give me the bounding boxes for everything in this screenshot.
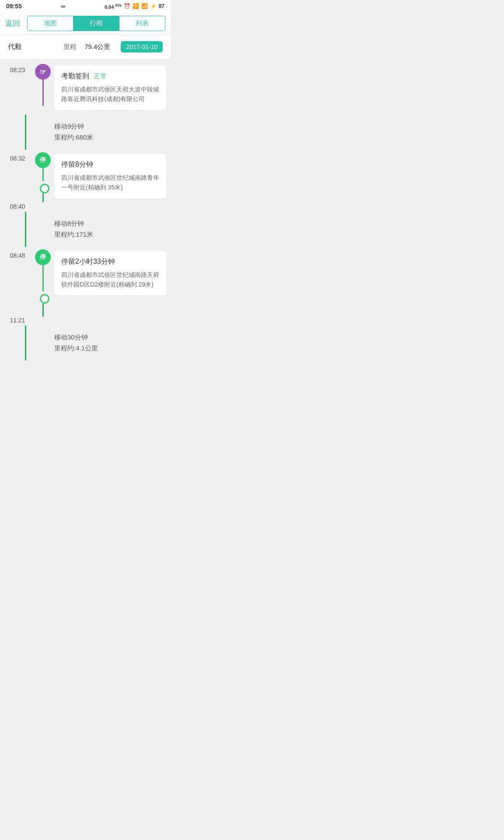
- checkin-card: 考勤签到 正常 四川省成都市武侯区天府大道中段辅路靠近腾讯科技(成都)有限公司: [54, 66, 166, 110]
- stop2-end-time: 11:21: [0, 317, 35, 326]
- trip-date[interactable]: 2017-01-10: [121, 41, 163, 52]
- signal-icon: 📶: [141, 3, 148, 9]
- card-checkin: 考勤签到 正常 四川省成都市武侯区天府大道中段辅路靠近腾讯科技(成都)有限公司: [51, 61, 171, 115]
- charging-icon: ⚡: [150, 3, 157, 9]
- stop2-dot: 停: [35, 249, 51, 265]
- stop-item-2: 08:48 停 停留2小时33分钟 四川省成都市武侯区世纪城南路天府软件园D区D…: [0, 247, 171, 326]
- event-dot-checkin: ☞: [35, 64, 51, 80]
- stop2-end-dot: [40, 294, 49, 304]
- tab-group: 地图 行程 列表: [27, 16, 165, 31]
- move-vline-1: [25, 115, 26, 150]
- move-duration-1: 移动9分钟: [54, 122, 166, 131]
- stop2-start-time: 08:48: [0, 247, 35, 259]
- stop1-dot: 停: [35, 152, 51, 168]
- move-vline-2: [25, 212, 26, 247]
- stop2-end-vline: [42, 304, 44, 317]
- status-bar: 09:55 ∞ 0.04 K/s ⏰ 🛜 📶 ⚡ 87: [0, 0, 171, 12]
- status-time: 09:55: [6, 3, 22, 10]
- move-distance-3: 里程约:4.1公里: [54, 344, 166, 353]
- stop1-card: 停留8分钟 四川省成都市武侯区世纪城南路青年一号附近(精确到 35米): [54, 154, 166, 199]
- move-segment-3: 移动30分钟 里程约:4.1公里: [0, 326, 171, 360]
- stop1-label: 停: [40, 156, 46, 164]
- move-duration-2: 移动8分钟: [54, 220, 166, 228]
- move-distance-2: 里程约:171米: [54, 231, 166, 239]
- checkin-address: 四川省成都市武侯区天府大道中段辅路靠近腾讯科技(成都)有限公司: [61, 84, 159, 104]
- event-checkin: 08:23 ☞ 考勤签到 正常 四川省成都市武侯区天府大道中段辅路靠近腾讯科技(…: [0, 61, 171, 115]
- stop1-vline: [42, 168, 44, 181]
- card-stop2: 停留2小时33分钟 四川省成都市武侯区世纪城南路天府软件园D区D2楼附近(精确到…: [51, 247, 171, 300]
- stop2-address: 四川省成都市武侯区世纪城南路天府软件园D区D2楼附近(精确到 29米): [61, 270, 159, 290]
- fingerprint-icon: ☞: [40, 68, 46, 76]
- line-after-checkin: [42, 80, 44, 106]
- clock-icon: ⏰: [124, 3, 130, 9]
- back-button[interactable]: 返回: [5, 18, 20, 28]
- distance-label: 里程: [63, 43, 77, 51]
- wifi-icon: 🛜: [133, 3, 139, 9]
- stop1-end-vline: [42, 193, 44, 202]
- tab-list[interactable]: 列表: [119, 16, 165, 31]
- nav-bar: 返回 地图 行程 列表: [0, 12, 171, 35]
- stop2-card: 停留2小时33分钟 四川省成都市武侯区世纪城南路天府软件园D区D2楼附近(精确到…: [54, 251, 166, 296]
- infinity-icon: ∞: [61, 3, 65, 10]
- tab-map[interactable]: 地图: [28, 16, 74, 31]
- network-speed: 0.04 K/s: [105, 3, 122, 10]
- move-duration-3: 移动30分钟: [54, 333, 166, 342]
- move-segment-1: 移动9分钟 里程约:680米: [0, 115, 171, 150]
- stop2-title: 停留2小时33分钟: [61, 257, 159, 266]
- stop1-end-dot: [40, 184, 49, 193]
- move-vline-3: [25, 326, 26, 360]
- stop1-end-time: 08:40: [0, 203, 35, 212]
- stop-item-1: 08:32 停 停留8分钟 四川省成都市武侯区世纪城南路青年一号附近(精确到 3…: [0, 150, 171, 212]
- summary-row: 代毅 里程 79.4公里 2017-01-10: [0, 35, 171, 59]
- event-time-0823: 08:23: [0, 61, 35, 74]
- stop1-title: 停留8分钟: [61, 160, 159, 169]
- distance-value: 79.4公里: [84, 43, 110, 51]
- battery-level: 87: [159, 3, 164, 9]
- tab-trip[interactable]: 行程: [74, 16, 119, 31]
- stop2-label: 停: [40, 253, 46, 261]
- move-segment-2: 移动8分钟 里程约:171米: [0, 212, 171, 247]
- timeline: 08:23 ☞ 考勤签到 正常 四川省成都市武侯区天府大道中段辅路靠近腾讯科技(…: [0, 61, 171, 369]
- checkin-title: 考勤签到: [61, 72, 89, 81]
- driver-name: 代毅: [8, 42, 22, 52]
- stop1-start-time: 08:32: [0, 150, 35, 162]
- stop1-address: 四川省成都市武侯区世纪城南路青年一号附近(精确到 35米): [61, 173, 159, 192]
- move-distance-1: 里程约:680米: [54, 133, 166, 142]
- checkin-status: 正常: [94, 72, 107, 80]
- card-stop1: 停留8分钟 四川省成都市武侯区世纪城南路青年一号附近(精确到 35米): [51, 150, 171, 203]
- stop2-vline: [42, 265, 44, 291]
